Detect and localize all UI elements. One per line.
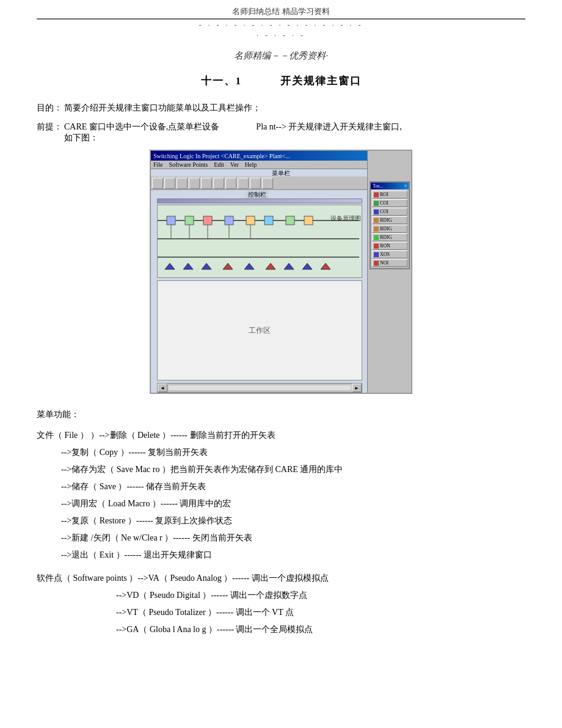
toolbox-btn-ron[interactable]: RON — [372, 242, 407, 250]
svg-marker-18 — [302, 263, 312, 269]
premise-right-text: Pla nt--> 开关规律进入开关规律主窗口, — [256, 122, 402, 133]
software-label: 软件点（ Software points ）-->VA（ Pseudo Anal… — [37, 573, 329, 583]
sim-toolbar-btn-1[interactable] — [152, 178, 163, 189]
toolbox-btn-cdi2[interactable]: COI — [372, 208, 407, 216]
screenshot-container: Switching Logic In Project <CARE_example… — [150, 150, 412, 394]
work-area-label: 工作区 — [249, 326, 271, 336]
sim-menu-file[interactable]: File — [153, 161, 163, 168]
file-label: 文件（ File ） — [37, 431, 89, 440]
premise-below: 如下图： — [64, 133, 525, 144]
svg-rect-4 — [185, 216, 194, 225]
sim-title-text: Switching Logic In Project <CARE_example… — [153, 153, 290, 159]
toolbox-btn-noi[interactable]: NOI — [372, 259, 407, 267]
software-ga: -->GA（ Globa l Ana lo g ）------ 调出一个全局模拟… — [116, 621, 525, 638]
sim-toolbar-btn-5[interactable] — [201, 178, 212, 189]
toolbox-btn-xos[interactable]: XOS — [372, 250, 407, 258]
svg-marker-15 — [244, 263, 254, 269]
sim-toolbar-btn-7[interactable] — [225, 178, 236, 189]
premise-label: 前提： — [37, 122, 64, 133]
sim-toolbar-btn-9[interactable] — [250, 178, 261, 189]
sim-menu-ver[interactable]: Ver — [230, 161, 239, 168]
menu-section-title: 菜单功能： — [37, 406, 525, 423]
device-label: 设备原理图 — [330, 214, 361, 223]
svg-marker-19 — [321, 263, 330, 269]
svg-marker-17 — [284, 263, 294, 269]
svg-rect-8 — [265, 216, 273, 225]
software-vt: -->VT（ Pseudo Totalizer ）------ 调出一个 VT … — [116, 604, 525, 621]
header-dots2: · - · - · - — [37, 31, 525, 40]
file-arrow: ）-->删除（ Delete ）------ 删除当前打开的开矢表 — [90, 431, 275, 440]
svg-rect-5 — [203, 216, 212, 225]
toolbox-panel[interactable]: Tos... × ROI COI COI — [370, 181, 410, 269]
svg-rect-3 — [167, 216, 175, 225]
sim-menu-edit[interactable]: Edit — [214, 161, 224, 168]
toolbox-buttons: ROI COI COI RDIG — [371, 189, 409, 268]
toolbox-btn-cdi1[interactable]: COI — [372, 199, 407, 207]
purpose-block: 目的： 简要介绍开关规律主窗口功能菜单以及工具栏操作； — [37, 100, 525, 115]
sim-toolbar-btn-4[interactable] — [189, 178, 200, 189]
menu-restore: -->复原（ Restore ）------ 复原到上次操作状态 — [61, 512, 525, 530]
svg-marker-11 — [165, 263, 175, 269]
scroll-track — [169, 385, 351, 390]
svg-rect-10 — [304, 216, 313, 225]
sim-toolbar-btn-2[interactable] — [164, 178, 175, 189]
screenshot-image: Switching Logic In Project <CARE_example… — [150, 150, 412, 394]
svg-marker-16 — [266, 263, 276, 269]
sim-toolbar-row — [151, 177, 367, 190]
software-vd: -->VD（ Pseudo Digital ）------ 调出一个虚拟数字点 — [116, 587, 525, 604]
toolbox-btn-rdig2[interactable]: RDIG — [372, 225, 407, 233]
file-menu-block: 文件（ File ） ）-->删除（ Delete ）------ 删除当前打开… — [37, 427, 525, 444]
scroll-right[interactable]: ► — [352, 384, 362, 392]
work-area: 工作区 — [157, 280, 362, 380]
sim-toolbar-btn-8[interactable] — [238, 178, 249, 189]
premise-block: 前提： CARE 窗口中选中一个设备,点菜单栏设备 Pla nt--> 开关规律… — [37, 122, 525, 144]
software-main-line: 软件点（ Software points ）-->VA（ Pseudo Anal… — [37, 570, 525, 587]
svg-rect-6 — [225, 216, 233, 225]
menu-copy: -->复制（ Copy ）------ 复制当前开矢表 — [61, 444, 525, 461]
svg-rect-9 — [286, 216, 294, 225]
toolbox-btn-rdig1[interactable]: RDIG — [372, 216, 407, 224]
menu-newclear: -->新建 /矢闭（ Ne w/Clea r ）------ 矢闭当前开矢表 — [61, 530, 525, 547]
header-dots1: - · - · - · - · - · - · - · - · - · - — [37, 21, 525, 30]
section-title: 十一、1 开关规律主窗口 — [37, 74, 525, 88]
right-panel: Tos... × ROI COI COI — [367, 151, 411, 393]
toolbox-btn-rdig3[interactable]: RDIG — [372, 233, 407, 241]
sim-toolbar-btn-3[interactable] — [177, 178, 188, 189]
svg-marker-13 — [202, 263, 211, 269]
purpose-label: 目的： — [37, 100, 64, 115]
svg-marker-12 — [183, 263, 193, 269]
toolbox-titlebar: Tos... × — [371, 183, 409, 189]
menu-save: -->储存（ Save ）------ 储存当前开矢表 — [61, 478, 525, 495]
svg-marker-14 — [223, 263, 233, 269]
sim-toolbar-btn-6[interactable] — [213, 178, 224, 189]
subtitle: 名师精编－－优秀资料· — [37, 50, 525, 62]
purpose-text: 简要介绍开关规律主窗口功能菜单以及工具栏操作； — [64, 100, 261, 115]
sim-menu-software[interactable]: Software Points — [169, 161, 208, 168]
sim-toolbar-btn-10[interactable] — [262, 178, 273, 189]
premise-text: CARE 窗口中选中一个设备,点菜单栏设备 — [64, 122, 219, 133]
menu-loadmacro: -->调用宏（ Load Macro ）------ 调用库中的宏 — [61, 495, 525, 512]
menu-exit: -->退出（ Exit ）------ 退出开矢规律窗口 — [61, 547, 525, 564]
menu-savemacro: -->储存为宏（ Save Mac ro ）把当前开矢表作为宏储存到 CARE … — [61, 461, 525, 478]
svg-rect-7 — [246, 216, 255, 225]
ctrl-bar — [157, 198, 362, 203]
sim-menu-help[interactable]: Help — [245, 161, 257, 168]
menu-section: 菜单功能： 文件（ File ） ）-->删除（ Delete ）------ … — [37, 406, 525, 564]
scroll-left[interactable]: ◄ — [158, 384, 167, 392]
software-section: 软件点（ Software points ）-->VA（ Pseudo Anal… — [37, 570, 525, 638]
ctrl-label: 控制栏 — [246, 191, 269, 199]
toolbox-btn-rdi[interactable]: ROI — [372, 191, 407, 198]
scrollbar[interactable]: ◄ ► — [157, 383, 362, 393]
header-title: 名师归纳总结 精品学习资料 — [37, 0, 525, 20]
